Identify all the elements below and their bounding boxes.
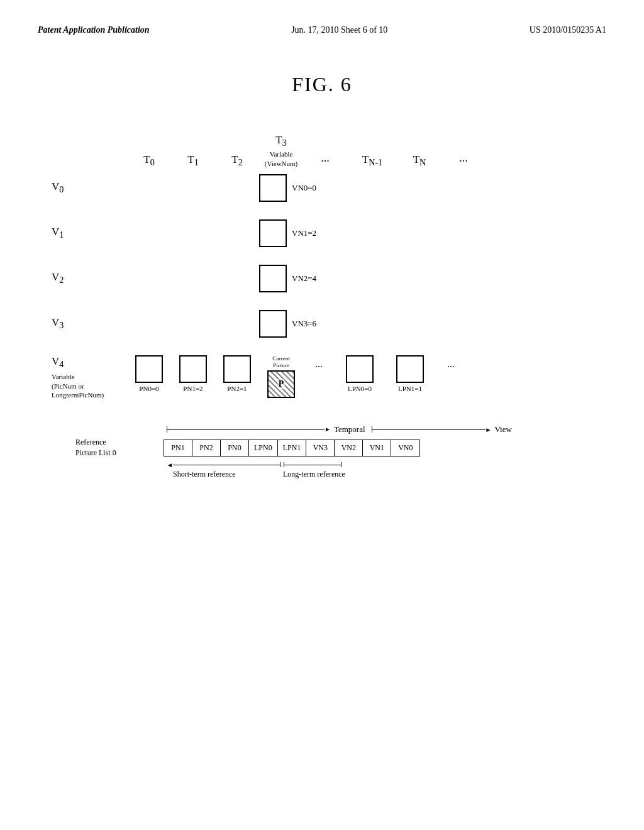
slot-box-v2 — [259, 265, 287, 292]
time-label-t1: T1 — [171, 153, 215, 168]
ref-cell-vn3: VN3 — [306, 440, 335, 456]
temporal-arrow-group: ► Temporal — [167, 424, 369, 434]
short-term-label: Short-term reference — [173, 470, 283, 479]
temporal-line — [167, 429, 325, 430]
ref-cell-lpn0: LPN0 — [249, 440, 278, 456]
temporal-label: Temporal — [334, 424, 365, 434]
term-arrows-row: ◄ Short-term reference Long-term referen… — [167, 462, 606, 479]
time-label-tn: TN — [397, 153, 441, 168]
v4-slot-pn2: PN2=1 — [215, 355, 259, 392]
v4-box-pn2 — [223, 355, 251, 383]
v4-sub-label: Variable(PicNum orLongtermPicNum) — [52, 372, 127, 399]
header: Patent Application Publication Jun. 17, … — [38, 25, 606, 35]
v4-box-lpn1 — [396, 355, 424, 383]
date-sheet-label: Jun. 17, 2010 Sheet 6 of 10 — [291, 25, 387, 35]
time-label-t2: T2 — [215, 153, 259, 168]
view-label-v3: V3 — [52, 316, 127, 331]
view-line — [372, 429, 486, 430]
figure-title: FIG. 6 — [38, 73, 606, 96]
time-label-t3: T3 Variable(ViewNum) — [259, 134, 303, 168]
v4-box-pn0 — [135, 355, 163, 383]
ref-table-row: ReferencePicture List 0 PN1 PN2 PN0 LPN0… — [75, 437, 606, 458]
v4-box-pn1 — [179, 355, 207, 383]
ref-cell-pn2: PN2 — [192, 440, 221, 456]
lpn1-label: LPN1=1 — [398, 385, 422, 392]
vn0-label: VN0=0 — [292, 183, 316, 193]
current-picture-label: CurrentPicture — [272, 355, 290, 369]
vn1-label: VN1=2 — [292, 228, 316, 238]
v4-box-current — [267, 370, 295, 398]
slot-box-v0 — [259, 174, 287, 202]
view-label-ref: View — [494, 424, 511, 434]
ref-cell-lpn1: LPN1 — [278, 440, 307, 456]
time-label-t0: T0 — [127, 153, 171, 168]
v4-slot-current: CurrentPicture — [259, 355, 303, 398]
short-term-left-arrow: ◄ — [167, 462, 173, 468]
view-label-v4: V4 — [52, 355, 127, 370]
view-row-v3: V3 VN3=6 — [52, 310, 592, 338]
view-row-v1: V1 VN1=2 — [52, 219, 592, 247]
view-label-v1: V1 — [52, 226, 127, 240]
temporal-arrow-head: ► — [325, 426, 331, 433]
v4-dots-middle: ··· — [303, 355, 335, 373]
long-term-line — [284, 465, 341, 465]
patent-number-label: US 2010/0150235 A1 — [530, 25, 606, 35]
ref-cell-vn1: VN1 — [363, 440, 391, 456]
ref-cells-container: PN1 PN2 PN0 LPN0 LPN1 VN3 VN2 VN1 VN0 — [164, 440, 420, 456]
view-label-v2: V2 — [52, 271, 127, 285]
short-term-end-tick — [280, 462, 280, 467]
v4-slot-lpn0: LPN0=0 — [335, 355, 385, 392]
temporal-view-arrows: ► Temporal ► View — [167, 424, 606, 434]
slot-box-v1 — [259, 219, 287, 247]
pn1-label: PN1=2 — [183, 385, 203, 392]
long-term-end-tick — [341, 462, 341, 467]
long-term-arrow — [284, 462, 341, 467]
reference-picture-list-label: ReferencePicture List 0 — [75, 437, 164, 458]
main-diagram: T0 T1 T2 T3 Variable(ViewNum) ··· TN-1 T… — [52, 134, 592, 399]
page: Patent Application Publication Jun. 17, … — [0, 0, 644, 830]
publication-label: Patent Application Publication — [38, 25, 150, 35]
short-term-arrow: ◄ — [167, 462, 280, 468]
time-label-tn1: TN-1 — [347, 153, 397, 168]
ref-cell-vn2: VN2 — [335, 440, 363, 456]
ref-cell-vn0: VN0 — [391, 440, 419, 456]
lpn0-label: LPN0=0 — [348, 385, 372, 392]
short-term-line — [173, 465, 280, 465]
view-row-v2: V2 VN2=4 — [52, 265, 592, 292]
time-label-dots2: ··· — [441, 150, 486, 168]
v4-slot-pn0: PN0=0 — [127, 355, 171, 392]
v4-dots-end: ··· — [435, 355, 467, 373]
reference-section: ► Temporal ► View ReferencePicture List … — [75, 424, 606, 479]
v4-slot-lpn1: LPN1=1 — [385, 355, 435, 392]
variable-viewnum-label: Variable(ViewNum) — [259, 150, 303, 168]
long-term-label: Long-term reference — [283, 470, 345, 479]
slot-box-v3 — [259, 310, 287, 338]
view-arrow-head: ► — [486, 426, 492, 433]
vn3-label: VN3=6 — [292, 319, 316, 329]
term-labels-row: Short-term reference Long-term reference — [173, 470, 606, 479]
view-row-v0: V0 VN0=0 — [52, 174, 592, 202]
ref-cell-pn1: PN1 — [164, 440, 192, 456]
vn2-label: VN2=4 — [292, 274, 316, 284]
v4-box-lpn0 — [346, 355, 374, 383]
v4-label-col: V4 Variable(PicNum orLongtermPicNum) — [52, 355, 127, 399]
v4-slot-pn1: PN1=2 — [171, 355, 215, 392]
pn2-label: PN2=1 — [227, 385, 247, 392]
time-label-dots1: ··· — [303, 150, 347, 168]
view-row-v4: V4 Variable(PicNum orLongtermPicNum) PN0… — [52, 355, 592, 399]
view-label-v0: V0 — [52, 180, 127, 195]
pn0-label: PN0=0 — [139, 385, 158, 392]
view-arrow-group: ► View — [372, 424, 512, 434]
ref-cell-pn0: PN0 — [221, 440, 249, 456]
